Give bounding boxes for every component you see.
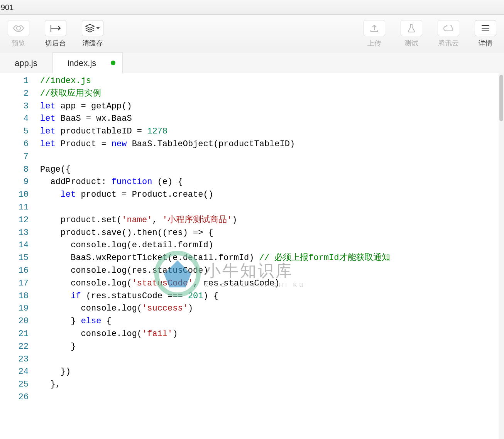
line-number: 17: [0, 277, 29, 290]
code-line[interactable]: },: [40, 378, 504, 391]
code-line[interactable]: let productTableID = 1278: [40, 125, 504, 138]
line-number: 11: [0, 201, 29, 214]
vertical-scrollbar[interactable]: [499, 73, 504, 439]
cloud-icon: [438, 20, 459, 36]
cloud-label: 腾讯云: [438, 39, 459, 48]
editor-tabbar: app.js index.js: [0, 53, 504, 73]
background-button[interactable]: 切后台: [41, 19, 70, 49]
line-number: 2: [0, 88, 29, 100]
code-line[interactable]: if (res.statusCode === 201) {: [40, 290, 504, 303]
code-line[interactable]: [40, 151, 504, 164]
line-number: 14: [0, 239, 29, 252]
line-number: 1: [0, 75, 29, 88]
scrollbar-thumb[interactable]: [499, 75, 503, 121]
code-token: console.log(: [40, 329, 142, 339]
line-number: 5: [0, 125, 29, 138]
code-token: addProduct:: [40, 177, 112, 187]
code-line[interactable]: console.log('fail'): [40, 328, 504, 341]
code-token: ): [188, 304, 193, 313]
code-token: app = getApp(): [56, 101, 132, 111]
code-token: '小程序测试商品': [162, 215, 232, 225]
switch-background-icon: [45, 20, 66, 36]
code-line[interactable]: BaaS.wxReportTicket(e.detail.formId) // …: [40, 252, 504, 265]
code-editor[interactable]: 1234567891011121314151617181920212223242…: [0, 73, 504, 439]
code-token: 1278: [147, 127, 167, 136]
code-line[interactable]: //获取应用实例: [40, 88, 504, 100]
code-token: let: [40, 114, 56, 123]
code-token: product.set(: [40, 215, 122, 225]
menu-icon: [475, 20, 496, 36]
code-token: 201: [188, 291, 203, 301]
line-number: 16: [0, 265, 29, 277]
line-number: 3: [0, 100, 29, 113]
code-line[interactable]: console.log(res.statusCode): [40, 265, 504, 277]
preview-label: 预览: [12, 39, 25, 48]
code-token: ): [173, 329, 178, 339]
upload-icon: [364, 20, 385, 36]
code-token: // 必须上报formId才能获取通知: [259, 253, 390, 263]
code-token: {: [101, 316, 111, 326]
line-number: 20: [0, 315, 29, 328]
upload-button[interactable]: 上传: [360, 19, 389, 49]
window-titlebar: 901: [0, 0, 504, 15]
chevron-down-icon: [96, 27, 100, 29]
code-line[interactable]: console.log(e.detail.formId): [40, 239, 504, 252]
code-token: //index.js: [40, 76, 91, 86]
line-number: 18: [0, 290, 29, 303]
tab-index-js[interactable]: index.js: [52, 52, 123, 73]
code-line[interactable]: let BaaS = wx.BaaS: [40, 113, 504, 125]
code-token: 'fail': [142, 329, 173, 339]
test-label: 测试: [404, 39, 418, 48]
code-token: new: [112, 139, 127, 149]
code-token: [40, 291, 71, 301]
code-token: product = Product.create(): [76, 190, 213, 199]
code-line[interactable]: let app = getApp(): [40, 100, 504, 113]
code-line[interactable]: product.save().then((res) => {: [40, 227, 504, 240]
code-token: productTableID =: [56, 127, 147, 136]
code-line[interactable]: [40, 201, 504, 214]
tab-label: app.js: [15, 58, 37, 68]
code-token: let: [61, 190, 76, 199]
code-line[interactable]: Page({: [40, 164, 504, 176]
code-line[interactable]: console.log('statusCode', res.statusCode…: [40, 277, 504, 290]
code-token: },: [40, 380, 61, 389]
cloud-button[interactable]: 腾讯云: [434, 19, 463, 49]
line-number: 25: [0, 378, 29, 391]
code-token: 'success': [142, 304, 188, 313]
code-token: , res.statusCode): [193, 279, 279, 288]
dirty-indicator-icon: [111, 61, 115, 65]
code-line[interactable]: }: [40, 341, 504, 353]
test-button[interactable]: 测试: [397, 19, 426, 49]
upload-label: 上传: [367, 39, 381, 48]
code-content[interactable]: //index.js//获取应用实例let app = getApp()let …: [39, 73, 504, 439]
code-token: 'statusCode': [132, 279, 193, 288]
line-number-gutter: 1234567891011121314151617181920212223242…: [0, 73, 39, 439]
code-line[interactable]: [40, 353, 504, 366]
preview-button[interactable]: 预览: [4, 19, 33, 49]
code-line[interactable]: } else {: [40, 315, 504, 328]
clear-cache-label: 清缓存: [82, 39, 103, 48]
code-token: product.save().then((res) => {: [40, 228, 213, 238]
code-line[interactable]: addProduct: function (e) {: [40, 176, 504, 189]
code-token: console.log(e.detail.formId): [40, 240, 213, 250]
details-button[interactable]: 详情: [471, 19, 500, 49]
code-token: BaaS = wx.BaaS: [56, 114, 132, 123]
line-number: 21: [0, 328, 29, 341]
code-token: }: [40, 342, 76, 351]
code-line[interactable]: [40, 391, 504, 404]
code-line[interactable]: }): [40, 366, 504, 378]
code-token: ) {: [203, 291, 218, 301]
code-token: else: [81, 316, 101, 326]
tab-app-js[interactable]: app.js: [0, 53, 52, 73]
line-number: 10: [0, 189, 29, 201]
code-line[interactable]: //index.js: [40, 75, 504, 88]
line-number: 23: [0, 353, 29, 366]
code-line[interactable]: let Product = new BaaS.TableObject(produ…: [40, 138, 504, 151]
clear-cache-button[interactable]: 清缓存: [78, 19, 107, 49]
line-number: 7: [0, 151, 29, 164]
code-token: Product =: [56, 139, 112, 149]
code-line[interactable]: let product = Product.create(): [40, 189, 504, 201]
code-line[interactable]: product.set('name', '小程序测试商品'): [40, 214, 504, 227]
code-token: (e) {: [152, 177, 183, 187]
code-line[interactable]: console.log('success'): [40, 302, 504, 315]
